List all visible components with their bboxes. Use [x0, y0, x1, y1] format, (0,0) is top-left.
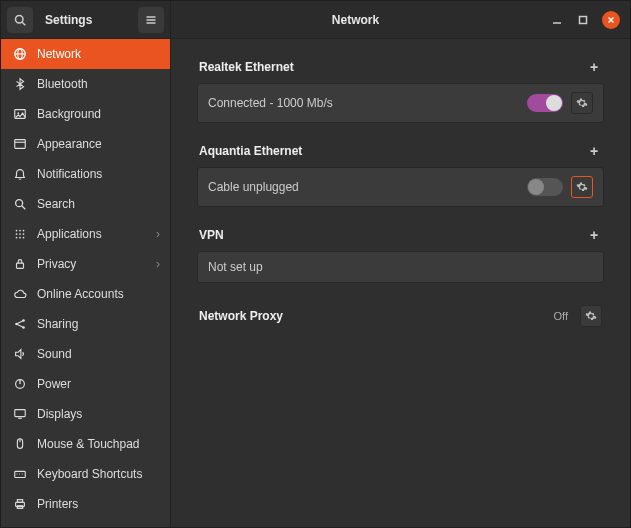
add-connection-button[interactable]: +	[586, 59, 602, 75]
background-icon	[13, 107, 27, 121]
proxy-status: Off	[554, 310, 568, 322]
toggle-knob	[528, 179, 544, 195]
svg-point-0	[16, 15, 24, 23]
section-title: VPN	[199, 228, 224, 242]
sidebar-item-applications[interactable]: Applications›	[1, 219, 170, 249]
svg-point-24	[19, 237, 21, 239]
connection-row[interactable]: Cable unplugged	[197, 167, 604, 207]
svg-rect-26	[17, 263, 24, 268]
section-title: Aquantia Ethernet	[199, 144, 302, 158]
sidebar-item-label: Sound	[37, 347, 72, 361]
svg-rect-6	[580, 16, 587, 23]
minimize-button[interactable]	[550, 13, 564, 27]
sidebar-item-bluetooth[interactable]: Bluetooth	[1, 69, 170, 99]
settings-title: Settings	[39, 13, 132, 27]
add-vpn-button[interactable]: +	[586, 227, 602, 243]
page-title: Network	[171, 1, 540, 38]
section-header: Aquantia Ethernet +	[197, 141, 604, 161]
sidebar-item-network[interactable]: Network	[1, 39, 170, 69]
settings-window: Settings Network NetworkBluetoothBackgro…	[0, 0, 631, 528]
content: Realtek Ethernet + Connected - 1000 Mb/s…	[171, 39, 630, 527]
sidebar-item-keyboard-shortcuts[interactable]: Keyboard Shortcuts	[1, 459, 170, 489]
sidebar-item-label: Search	[37, 197, 75, 211]
connection-settings-button[interactable]	[571, 176, 593, 198]
svg-point-25	[23, 237, 25, 239]
cloud-icon	[13, 287, 27, 301]
bell-icon	[13, 167, 27, 181]
svg-point-22	[23, 233, 25, 235]
sidebar-item-label: Privacy	[37, 257, 76, 271]
keyboard-icon	[13, 467, 27, 481]
sidebar-item-label: Bluetooth	[37, 77, 88, 91]
maximize-button[interactable]	[576, 13, 590, 27]
sidebar-item-printers[interactable]: Printers	[1, 489, 170, 519]
vpn-status: Not set up	[208, 260, 593, 274]
svg-point-17	[16, 230, 18, 232]
svg-rect-14	[15, 140, 26, 149]
search-button[interactable]	[7, 7, 33, 33]
svg-point-23	[16, 237, 18, 239]
section-realtek-ethernet: Realtek Ethernet + Connected - 1000 Mb/s	[197, 57, 604, 123]
svg-rect-32	[15, 410, 26, 417]
sidebar-item-label: Keyboard Shortcuts	[37, 467, 142, 481]
sidebar-item-sound[interactable]: Sound	[1, 339, 170, 369]
menu-button[interactable]	[138, 7, 164, 33]
svg-line-16	[22, 206, 26, 210]
sidebar-item-appearance[interactable]: Appearance	[1, 129, 170, 159]
maximize-icon	[578, 15, 588, 25]
connection-toggle[interactable]	[527, 94, 563, 112]
sidebar-item-background[interactable]: Background	[1, 99, 170, 129]
vpn-row[interactable]: Not set up	[197, 251, 604, 283]
proxy-settings-button[interactable]	[580, 305, 602, 327]
chevron-right-icon: ›	[156, 227, 160, 241]
svg-point-29	[22, 326, 25, 329]
bluetooth-icon	[13, 77, 27, 91]
sidebar-item-displays[interactable]: Displays	[1, 399, 170, 429]
search-icon	[13, 197, 27, 211]
sidebar-item-label: Applications	[37, 227, 102, 241]
sidebar-item-online-accounts[interactable]: Online Accounts	[1, 279, 170, 309]
close-button[interactable]	[602, 11, 620, 29]
display-icon	[13, 407, 27, 421]
printer-icon	[13, 497, 27, 511]
appearance-icon	[13, 137, 27, 151]
window-controls	[540, 1, 630, 38]
section-vpn: VPN + Not set up	[197, 225, 604, 283]
sidebar-item-privacy[interactable]: Privacy›	[1, 249, 170, 279]
sidebar-item-power[interactable]: Power	[1, 369, 170, 399]
connection-toggle[interactable]	[527, 178, 563, 196]
svg-point-13	[17, 112, 19, 114]
svg-rect-41	[17, 500, 22, 503]
section-aquantia-ethernet: Aquantia Ethernet + Cable unplugged	[197, 141, 604, 207]
svg-point-18	[19, 230, 21, 232]
svg-point-27	[15, 323, 18, 326]
connection-status: Connected - 1000 Mb/s	[208, 96, 519, 110]
hamburger-icon	[145, 14, 157, 26]
proxy-title: Network Proxy	[199, 309, 546, 323]
sidebar-item-search[interactable]: Search	[1, 189, 170, 219]
add-connection-button[interactable]: +	[586, 143, 602, 159]
sidebar-item-mouse-touchpad[interactable]: Mouse & Touchpad	[1, 429, 170, 459]
body: NetworkBluetoothBackgroundAppearanceNoti…	[1, 39, 630, 527]
svg-point-20	[16, 233, 18, 235]
gear-icon	[576, 181, 588, 193]
connection-row[interactable]: Connected - 1000 Mb/s	[197, 83, 604, 123]
toggle-knob	[546, 95, 562, 111]
sidebar-item-label: Online Accounts	[37, 287, 124, 301]
proxy-row[interactable]: Network Proxy Off	[197, 301, 604, 331]
close-icon	[607, 16, 615, 24]
power-icon	[13, 377, 27, 391]
titlebar: Settings Network	[1, 1, 630, 39]
search-icon	[14, 14, 26, 26]
minimize-icon	[552, 15, 562, 25]
svg-point-21	[19, 233, 21, 235]
sidebar-item-removable-media[interactable]: Removable Media	[1, 519, 170, 527]
connection-settings-button[interactable]	[571, 92, 593, 114]
sidebar-item-sharing[interactable]: Sharing	[1, 309, 170, 339]
svg-point-15	[16, 200, 23, 207]
sidebar-item-notifications[interactable]: Notifications	[1, 159, 170, 189]
sidebar-item-label: Background	[37, 107, 101, 121]
apps-icon	[13, 227, 27, 241]
mouse-icon	[13, 437, 27, 451]
connection-status: Cable unplugged	[208, 180, 519, 194]
